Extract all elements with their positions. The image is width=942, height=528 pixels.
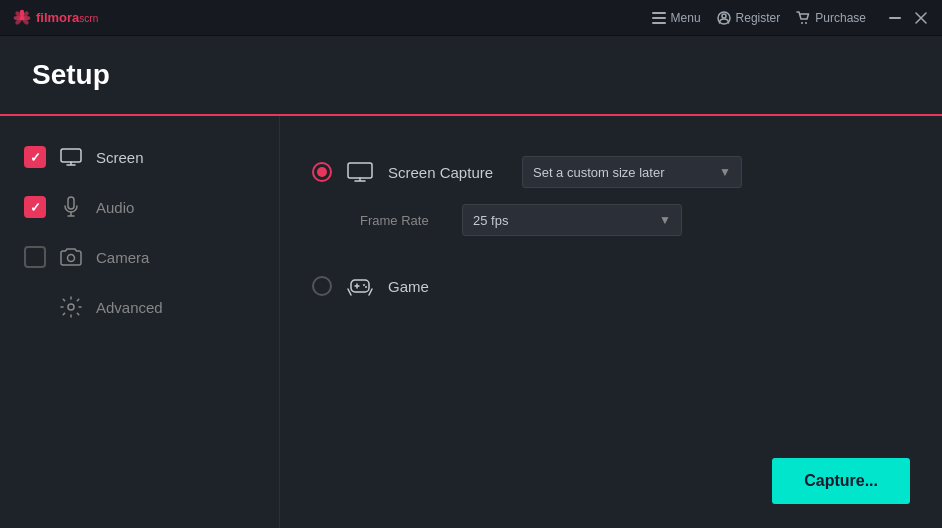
screen-capture-label: Screen Capture	[388, 164, 508, 181]
svg-point-15	[805, 22, 807, 24]
minimize-icon	[889, 17, 901, 19]
titlebar: filmorascrn Menu Register	[0, 0, 942, 36]
svg-rect-16	[889, 17, 901, 19]
screen-capture-size-value: Set a custom size later	[533, 165, 665, 180]
audio-label: Audio	[96, 199, 134, 216]
camera-checkbox[interactable]	[24, 246, 46, 268]
close-icon	[915, 12, 927, 24]
svg-rect-10	[652, 17, 666, 19]
screen-capture-radio[interactable]	[312, 162, 332, 182]
camera-label: Camera	[96, 249, 149, 266]
frame-rate-dropdown[interactable]: 25 fps ▼	[462, 204, 682, 236]
logo-scrn: scrn	[79, 13, 98, 24]
screen-capture-option[interactable]: Screen Capture Set a custom size later ▼	[312, 140, 910, 204]
game-capture-option[interactable]: Game	[312, 256, 910, 316]
frame-rate-row: Frame Rate 25 fps ▼	[360, 204, 910, 236]
audio-icon	[60, 196, 82, 218]
menu-icon	[652, 12, 666, 24]
logo-text: filmorascrn	[36, 10, 98, 25]
capture-button[interactable]: Capture...	[772, 458, 910, 504]
svg-rect-9	[652, 12, 666, 14]
minimize-button[interactable]	[886, 9, 904, 27]
frame-rate-label: Frame Rate	[360, 213, 450, 228]
game-capture-radio[interactable]	[312, 276, 332, 296]
app-header: Setup	[0, 36, 942, 116]
audio-checkbox[interactable]	[24, 196, 46, 218]
sidebar-item-screen[interactable]: Screen	[0, 132, 279, 182]
camera-icon	[60, 246, 82, 268]
sidebar: Screen Audio Camera	[0, 116, 280, 528]
svg-point-20	[68, 304, 74, 310]
screen-icon	[60, 146, 82, 168]
titlebar-left: filmorascrn	[12, 8, 98, 28]
screen-label: Screen	[96, 149, 144, 166]
page-title: Setup	[32, 59, 110, 91]
close-button[interactable]	[912, 9, 930, 27]
svg-rect-18	[68, 197, 74, 209]
game-label: Game	[388, 278, 508, 295]
app-logo: filmorascrn	[12, 8, 98, 28]
sidebar-item-audio[interactable]: Audio	[0, 182, 279, 232]
svg-point-13	[722, 14, 726, 18]
register-icon	[717, 11, 731, 25]
screen-capture-size-dropdown[interactable]: Set a custom size later ▼	[522, 156, 742, 188]
svg-point-24	[365, 286, 367, 288]
register-button[interactable]: Register	[717, 11, 781, 25]
titlebar-right: Menu Register Purchase	[652, 9, 930, 27]
frame-rate-arrow: ▼	[659, 213, 671, 227]
menu-button[interactable]: Menu	[652, 11, 701, 25]
window-controls	[886, 9, 930, 27]
advanced-label: Advanced	[96, 299, 163, 316]
logo-filmora: filmora	[36, 10, 79, 25]
content-area: Screen Capture Set a custom size later ▼…	[280, 116, 942, 528]
game-icon	[346, 272, 374, 300]
svg-point-19	[68, 255, 75, 262]
svg-point-14	[801, 22, 803, 24]
svg-rect-22	[351, 280, 369, 292]
logo-flower-icon	[12, 8, 32, 28]
purchase-button[interactable]: Purchase	[796, 11, 866, 25]
main-content: Screen Audio Camera	[0, 116, 942, 528]
sidebar-item-advanced[interactable]: Advanced	[0, 282, 279, 332]
svg-rect-21	[348, 163, 372, 178]
frame-rate-value: 25 fps	[473, 213, 508, 228]
advanced-icon	[60, 296, 82, 318]
svg-rect-11	[652, 22, 666, 24]
screen-capture-icon	[346, 158, 374, 186]
svg-rect-17	[61, 149, 81, 162]
screen-capture-size-arrow: ▼	[719, 165, 731, 179]
screen-checkbox[interactable]	[24, 146, 46, 168]
sidebar-item-camera[interactable]: Camera	[0, 232, 279, 282]
svg-point-23	[363, 284, 365, 286]
purchase-icon	[796, 11, 810, 25]
